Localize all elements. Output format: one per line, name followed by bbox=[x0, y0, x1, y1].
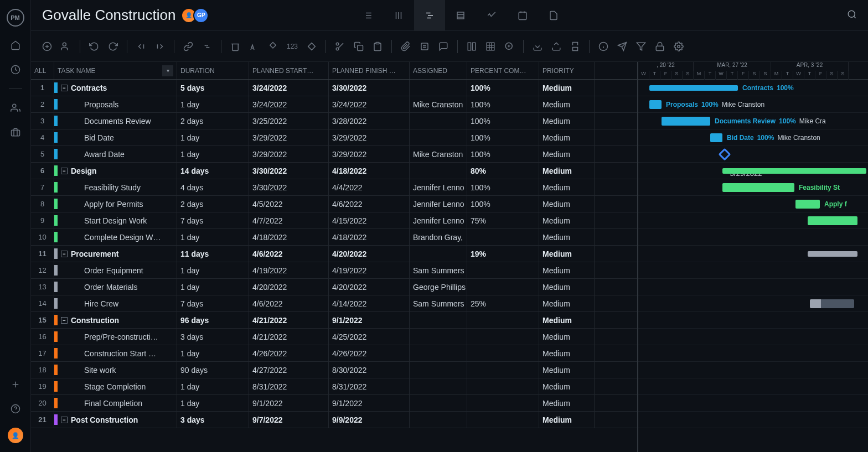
gantt-bar[interactable]: Documents Review100%Mike Cra bbox=[662, 117, 710, 126]
table-row[interactable]: 10Complete Design W…1 day4/18/20224/18/2… bbox=[31, 229, 637, 246]
gantt-body[interactable]: Contracts100%Proposals100%Mike CranstonD… bbox=[638, 80, 868, 428]
paste-icon[interactable] bbox=[373, 41, 383, 51]
plus-icon[interactable] bbox=[10, 379, 21, 390]
user-avatar[interactable]: 👤 bbox=[8, 428, 23, 443]
col-priority[interactable]: PRIORITY bbox=[539, 62, 595, 79]
sheet-view-tab[interactable] bbox=[445, 0, 476, 31]
table-row[interactable]: 9Start Design Work7 days4/7/20224/15/202… bbox=[31, 212, 637, 229]
col-task[interactable]: TASK NAME ▾ bbox=[54, 62, 177, 79]
number-format-label[interactable]: 123 bbox=[287, 43, 298, 50]
col-all[interactable]: ALL bbox=[31, 62, 54, 79]
gantt-bar[interactable] bbox=[808, 216, 857, 225]
filter-icon[interactable] bbox=[636, 41, 646, 51]
collapse-icon[interactable]: − bbox=[61, 251, 68, 257]
search-icon[interactable] bbox=[847, 9, 857, 22]
gantt-bar[interactable] bbox=[810, 299, 854, 308]
col-start[interactable]: PLANNED START… bbox=[249, 62, 329, 79]
gantt-bar[interactable] bbox=[722, 168, 866, 174]
table-row[interactable]: 17Construction Start …1 day4/26/20224/26… bbox=[31, 345, 637, 362]
add-person-icon[interactable] bbox=[61, 41, 71, 51]
grid-icon[interactable] bbox=[485, 41, 495, 51]
table-row[interactable]: 8Apply for Permits2 days4/5/20224/6/2022… bbox=[31, 196, 637, 212]
copy-icon[interactable] bbox=[354, 41, 364, 51]
col-percent[interactable]: PERCENT COM… bbox=[467, 62, 539, 79]
gantt-bar[interactable]: Apply f bbox=[795, 200, 820, 209]
shape-icon[interactable] bbox=[307, 41, 317, 51]
pm-logo[interactable]: PM bbox=[7, 9, 24, 27]
settings-icon[interactable] bbox=[674, 41, 684, 51]
text-color-icon[interactable] bbox=[249, 41, 259, 51]
col-duration[interactable]: DURATION bbox=[177, 62, 249, 79]
indent-icon[interactable] bbox=[155, 41, 165, 51]
chevron-down-icon[interactable]: ▾ bbox=[162, 65, 173, 76]
collapse-icon[interactable]: − bbox=[61, 85, 68, 91]
collapse-icon[interactable]: − bbox=[61, 317, 68, 324]
svg-rect-55 bbox=[656, 46, 664, 50]
table-row[interactable]: 20Final Completion1 day9/1/20229/1/2022M… bbox=[31, 395, 637, 412]
table-row[interactable]: 18Site work90 days4/27/20228/30/2022Medi… bbox=[31, 362, 637, 378]
outdent-icon[interactable] bbox=[136, 41, 146, 51]
table-row[interactable]: 15−Construction96 days4/21/20229/1/2022M… bbox=[31, 312, 637, 329]
add-task-icon[interactable] bbox=[42, 41, 52, 51]
table-row[interactable]: 19Stage Completion1 day8/31/20228/31/202… bbox=[31, 378, 637, 395]
columns-icon[interactable] bbox=[467, 41, 477, 51]
info-icon[interactable] bbox=[598, 41, 608, 51]
collapse-icon[interactable]: − bbox=[61, 168, 68, 174]
undo-icon[interactable] bbox=[89, 41, 99, 51]
team-icon[interactable] bbox=[10, 102, 21, 113]
table-row[interactable]: 21−Post Construction3 days9/7/20229/9/20… bbox=[31, 412, 637, 428]
redo-icon[interactable] bbox=[108, 41, 118, 51]
delete-icon[interactable] bbox=[230, 41, 240, 51]
list-view-tab[interactable] bbox=[352, 0, 383, 31]
task-grid: ALL TASK NAME ▾ DURATION PLANNED START… … bbox=[31, 62, 637, 452]
print-icon[interactable] bbox=[570, 41, 580, 51]
grid-header: ALL TASK NAME ▾ DURATION PLANNED START… … bbox=[31, 62, 637, 80]
board-view-tab[interactable] bbox=[383, 0, 414, 31]
export-icon[interactable] bbox=[551, 41, 561, 51]
gantt-header: , 20 '22MAR, 27 '22APR, 3 '22 WTFSSMTWTF… bbox=[638, 62, 868, 80]
project-members[interactable]: 👤 GP bbox=[184, 8, 209, 23]
comment-icon[interactable] bbox=[438, 41, 448, 51]
collapse-icon[interactable]: − bbox=[61, 417, 68, 423]
table-row[interactable]: 12Order Equipment1 day4/19/20224/19/2022… bbox=[31, 262, 637, 279]
cut-icon[interactable] bbox=[335, 41, 345, 51]
table-row[interactable]: 4Bid Date1 day3/29/20223/29/2022100%Medi… bbox=[31, 129, 637, 146]
gantt-bar[interactable]: Proposals100%Mike Cranston bbox=[649, 100, 662, 109]
table-row[interactable]: 16Prep/Pre-constructi…3 days4/21/20224/2… bbox=[31, 329, 637, 345]
recent-icon[interactable] bbox=[10, 64, 21, 75]
svg-point-21 bbox=[848, 11, 855, 17]
note-icon[interactable] bbox=[420, 41, 430, 51]
milestone-marker[interactable]: 3/29/2022 bbox=[719, 148, 731, 161]
table-row[interactable]: 1−Contracts5 days3/24/20223/30/2022100%M… bbox=[31, 80, 637, 96]
col-finish[interactable]: PLANNED FINISH … bbox=[329, 62, 410, 79]
table-row[interactable]: 5Award Date1 day3/29/20223/29/2022Mike C… bbox=[31, 146, 637, 163]
zoom-icon[interactable] bbox=[504, 41, 514, 51]
table-row[interactable]: 11−Procurement11 days4/6/20224/20/202219… bbox=[31, 246, 637, 262]
lock-icon[interactable] bbox=[655, 41, 665, 51]
link-icon[interactable] bbox=[183, 41, 193, 51]
help-icon[interactable] bbox=[10, 403, 21, 414]
send-icon[interactable] bbox=[617, 41, 627, 51]
gantt-bar[interactable]: Contracts100% bbox=[649, 85, 738, 91]
table-row[interactable]: 3Documents Review2 days3/25/20223/28/202… bbox=[31, 113, 637, 129]
import-icon[interactable] bbox=[533, 41, 542, 51]
dashboard-view-tab[interactable] bbox=[476, 0, 507, 31]
gantt-bar[interactable]: Feasibility St bbox=[722, 183, 794, 192]
calendar-view-tab[interactable] bbox=[507, 0, 538, 31]
home-icon[interactable] bbox=[10, 40, 21, 51]
view-tabs bbox=[352, 0, 569, 31]
table-row[interactable]: 2Proposals1 day3/24/20223/24/2022Mike Cr… bbox=[31, 96, 637, 113]
files-view-tab[interactable] bbox=[538, 0, 569, 31]
table-row[interactable]: 13Order Materials1 day4/20/20224/20/2022… bbox=[31, 279, 637, 295]
table-row[interactable]: 7Feasibility Study4 days3/30/20224/4/202… bbox=[31, 179, 637, 196]
attachment-icon[interactable] bbox=[401, 41, 411, 51]
table-row[interactable]: 14Hire Crew7 days4/6/20224/14/2022Sam Su… bbox=[31, 295, 637, 312]
fill-color-icon[interactable] bbox=[268, 41, 278, 51]
gantt-view-tab[interactable] bbox=[414, 0, 445, 31]
gantt-bar[interactable] bbox=[808, 251, 857, 257]
table-row[interactable]: 6−Design14 days3/30/20224/18/202280%Medi… bbox=[31, 163, 637, 179]
unlink-icon[interactable] bbox=[202, 41, 212, 51]
gantt-bar[interactable]: Bid Date100%Mike Cranston bbox=[710, 133, 722, 142]
briefcase-icon[interactable] bbox=[10, 127, 21, 138]
col-assigned[interactable]: ASSIGNED bbox=[410, 62, 467, 79]
